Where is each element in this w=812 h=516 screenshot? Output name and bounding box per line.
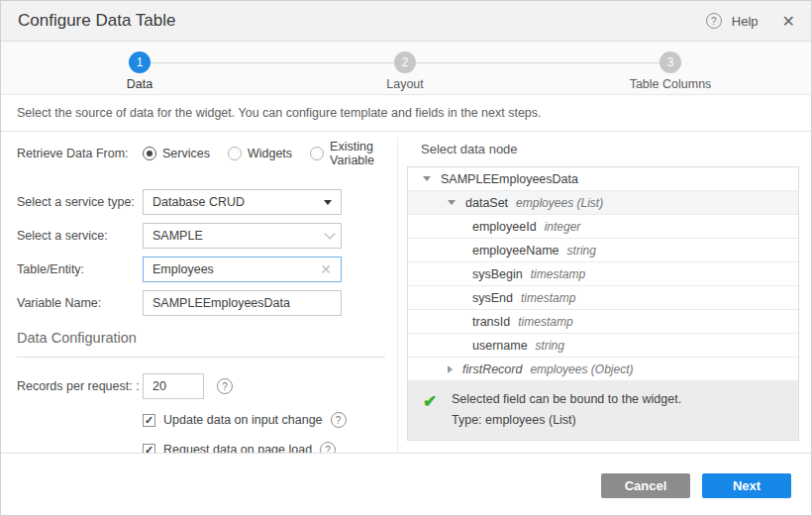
tree-node-name: dataSet [465, 196, 508, 210]
chevron-down-icon [324, 228, 335, 239]
step-3-circle: 3 [660, 52, 681, 73]
tree-node-name: transId [472, 315, 510, 329]
caret-down-icon[interactable] [448, 200, 456, 205]
service-label: Select a service: [17, 229, 143, 243]
select-data-node-panel: Select data node SAMPLEEmployeesData dat… [407, 140, 799, 441]
tree-row-sysbegin[interactable]: sysBegin timestamp [408, 262, 798, 286]
radio-services-label: Services [162, 147, 210, 160]
tree-node-name: employeeId [472, 220, 537, 234]
tree-node-type: employees (List) [516, 196, 603, 210]
tree-row-dataset[interactable]: dataSet employees (List) [408, 191, 798, 215]
caret-right-icon[interactable] [448, 365, 453, 373]
radio-services-dot [143, 147, 156, 160]
dropdown-arrow-icon [324, 200, 332, 205]
update-on-input-change-label: Update data on input change [163, 413, 323, 427]
radio-widgets-dot [228, 147, 242, 160]
description-bar: Select the source of data for the widget… [1, 96, 811, 132]
help-link[interactable]: Help [732, 14, 759, 29]
footer-bar: Cancel Next [1, 453, 811, 515]
tree-node-name: SAMPLEEmployeesData [441, 172, 578, 186]
step-3-label: Table Columns [611, 77, 730, 91]
variable-name-field-wrap [143, 290, 342, 316]
dialog-title: Configure Data Table [18, 1, 175, 41]
service-type-label: Select a service type: [17, 195, 143, 209]
tree-node-type: employees (Object) [530, 362, 633, 376]
data-configuration-heading: Data Configuration [17, 330, 385, 346]
stepper: 1 Data 2 Layout 3 Table Columns [1, 42, 811, 95]
step-data[interactable]: 1 Data [80, 52, 199, 91]
tree-node-name: username [472, 339, 528, 353]
data-node-tree: SAMPLEEmployeesData dataSet employees (L… [407, 166, 799, 441]
step-1-label: Data [80, 77, 199, 91]
retrieve-data-from-label: Retrieve Data From: [17, 147, 143, 160]
tree-row-transid[interactable]: transId timestamp [408, 310, 798, 334]
tree-node-type: string [536, 339, 564, 353]
step-1-circle: 1 [129, 52, 151, 73]
tree-node-type: string [567, 244, 596, 258]
records-field-wrap [143, 373, 204, 399]
variable-name-label: Variable Name: [17, 296, 143, 310]
tree-node-name: sysBegin [472, 267, 523, 281]
table-entity-input[interactable] [152, 262, 316, 276]
records-per-request-label: Records per request: : [17, 379, 143, 393]
radio-existing-variable-dot [310, 147, 324, 160]
table-entity-label: Table/Entity: [17, 262, 143, 276]
tree-node-type: timestamp [531, 267, 585, 281]
configure-data-table-dialog: Configure Data Table ? Help ✕ 1 Data 2 L… [0, 0, 812, 516]
caret-down-icon[interactable] [423, 176, 431, 181]
help-icon[interactable]: ? [706, 13, 722, 29]
service-value: SAMPLE [152, 229, 203, 243]
step-table-columns[interactable]: 3 Table Columns [611, 52, 730, 91]
step-2-label: Layout [346, 77, 464, 91]
tree-node-type: timestamp [521, 291, 575, 305]
service-type-value: Database CRUD [152, 195, 245, 209]
binding-info-line1: Selected field can be bound to the widge… [452, 392, 784, 406]
binding-info-box: ✔ Selected field can be bound to the wid… [408, 381, 798, 440]
cancel-button[interactable]: Cancel [601, 473, 690, 498]
title-bar: Configure Data Table ? Help ✕ [1, 1, 811, 42]
radio-services[interactable]: Services [143, 147, 210, 160]
panel-divider [397, 138, 398, 453]
tree-row-root[interactable]: SAMPLEEmployeesData [408, 167, 798, 191]
tree-row-employeename[interactable]: employeeName string [408, 239, 798, 262]
green-check-icon: ✔ [423, 393, 437, 410]
radio-widgets-label: Widgets [248, 147, 292, 160]
tree-node-name: sysEnd [472, 291, 513, 305]
table-entity-field-wrap: ✕ [143, 257, 342, 282]
records-help-icon[interactable]: ? [217, 378, 233, 394]
radio-existing-variable[interactable]: Existing Variable [310, 140, 385, 167]
data-form: Retrieve Data From: Services Widgets Exi… [17, 140, 385, 471]
update-on-input-change-checkbox[interactable]: ✓ [143, 414, 155, 427]
tree-node-name: firstRecord [462, 362, 522, 376]
next-button[interactable]: Next [702, 473, 791, 498]
tree-node-type: timestamp [518, 315, 572, 329]
records-per-request-input[interactable] [152, 379, 194, 393]
step-layout[interactable]: 2 Layout [346, 52, 464, 91]
select-data-node-title: Select data node [421, 142, 799, 156]
service-type-select[interactable]: Database CRUD [143, 189, 342, 215]
update-on-input-change-help-icon[interactable]: ? [331, 412, 347, 428]
tree-row-employeeid[interactable]: employeeId integer [408, 215, 798, 239]
retrieve-source-radio-group: Services Widgets Existing Variable [143, 140, 385, 167]
update-on-input-change-row: ✓ Update data on input change ? [143, 412, 385, 428]
radio-existing-variable-label: Existing Variable [330, 140, 385, 167]
tree-row-username[interactable]: username string [408, 334, 798, 358]
description-text: Select the source of data for the widget… [17, 106, 542, 120]
tree-row-firstrecord[interactable]: firstRecord employees (Object) [408, 358, 798, 381]
tree-row-sysend[interactable]: sysEnd timestamp [408, 286, 798, 310]
clear-icon[interactable]: ✕ [320, 261, 332, 277]
step-2-circle: 2 [394, 52, 416, 73]
tree-node-type: integer [545, 220, 581, 234]
radio-widgets[interactable]: Widgets [228, 147, 292, 160]
tree-node-name: employeeName [472, 244, 559, 258]
close-icon[interactable]: ✕ [782, 12, 795, 31]
section-divider [17, 357, 385, 358]
binding-info-line2: Type: employees (List) [452, 413, 784, 427]
service-select[interactable]: SAMPLE [143, 223, 342, 249]
variable-name-input[interactable] [152, 296, 332, 310]
